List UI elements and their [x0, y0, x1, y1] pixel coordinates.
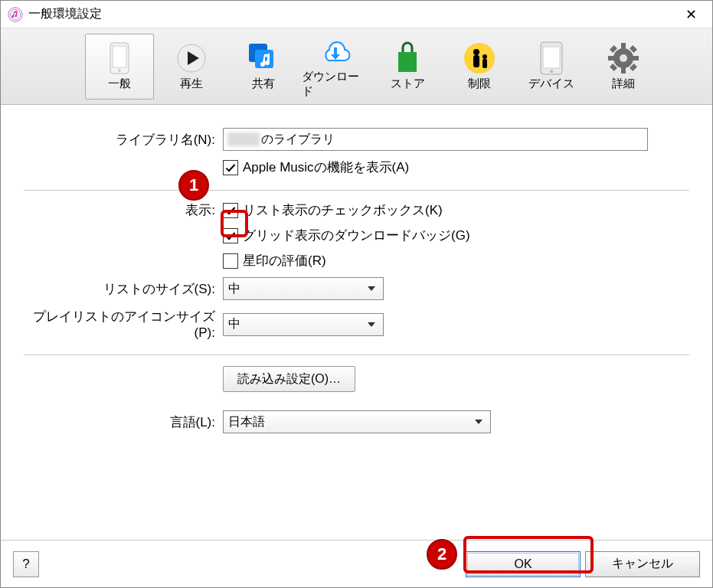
list-checkbox-label: リスト表示のチェックボックス(K) — [243, 201, 443, 219]
svg-point-12 — [473, 49, 479, 55]
svg-point-18 — [550, 70, 553, 73]
preferences-toolbar: 一般 再生 共有 — [1, 28, 712, 105]
play-icon — [175, 41, 208, 75]
svg-rect-9 — [334, 47, 337, 55]
playlist-icon-size-value: 中 — [228, 316, 240, 332]
svg-point-1 — [10, 9, 20, 19]
svg-rect-23 — [608, 56, 614, 60]
tab-sharing[interactable]: 共有 — [229, 34, 298, 100]
ok-label: OK — [514, 557, 531, 571]
svg-rect-17 — [543, 47, 560, 68]
annotation-badge-1: 1 — [178, 170, 209, 201]
titlebar: 一般環境設定 ✕ — [1, 1, 712, 28]
grid-badge-checkbox[interactable] — [223, 228, 238, 243]
language-value: 日本語 — [228, 414, 265, 430]
svg-rect-24 — [633, 56, 639, 60]
tab-label: 一般 — [108, 77, 131, 91]
tab-label: 制限 — [468, 77, 491, 91]
language-label: 言語(L): — [24, 413, 223, 431]
svg-point-4 — [118, 69, 121, 72]
language-select[interactable]: 日本語 — [223, 410, 491, 433]
tab-advanced[interactable]: 詳細 — [589, 34, 658, 100]
list-checkbox-checkbox[interactable] — [223, 203, 238, 218]
svg-point-20 — [620, 54, 627, 62]
separator — [24, 354, 689, 355]
content-area: ライブラリ名(N): のライブラリ Apple Musicの機能を表示(A) 表… — [1, 105, 712, 540]
star-rating-label: 星印の評価(R) — [243, 252, 326, 270]
help-label: ? — [22, 557, 29, 572]
tab-parental[interactable]: 制限 — [445, 34, 514, 100]
svg-rect-22 — [621, 67, 626, 74]
dialog-footer: ? OK キャンセル — [1, 540, 712, 587]
redacted-text — [227, 132, 260, 146]
apple-music-checkbox[interactable] — [223, 160, 238, 175]
list-size-value: 中 — [228, 281, 240, 297]
library-name-label: ライブラリ名(N): — [24, 131, 223, 149]
annotation-badge-2: 2 — [427, 539, 457, 570]
tab-playback[interactable]: 再生 — [157, 34, 226, 100]
parental-icon — [463, 41, 496, 75]
svg-rect-15 — [482, 59, 487, 68]
svg-rect-3 — [113, 46, 126, 67]
devices-icon — [535, 41, 568, 75]
close-icon[interactable]: ✕ — [675, 6, 706, 23]
playlist-icon-size-label: プレイリストのアイコンサイズ(P): — [24, 308, 223, 341]
tab-devices[interactable]: デバイス — [517, 34, 586, 100]
import-settings-label: 読み込み設定(O)… — [237, 371, 341, 387]
star-rating-checkbox[interactable] — [223, 253, 238, 269]
list-size-select[interactable]: 中 — [223, 277, 384, 300]
cancel-label: キャンセル — [612, 556, 673, 572]
cancel-button[interactable]: キャンセル — [585, 551, 700, 577]
app-icon — [7, 6, 24, 23]
tab-download[interactable]: ダウンロード — [301, 34, 370, 100]
help-button[interactable]: ? — [13, 551, 39, 577]
tab-general[interactable]: 一般 — [85, 34, 154, 100]
tab-label: ストア — [391, 77, 425, 91]
import-settings-button[interactable]: 読み込み設定(O)… — [223, 366, 355, 392]
playlist-icon-size-select[interactable]: 中 — [223, 313, 384, 336]
list-size-label: リストのサイズ(S): — [24, 280, 223, 298]
svg-point-14 — [482, 54, 487, 59]
library-name-value: のライブラリ — [261, 132, 335, 148]
apple-music-label: Apple Musicの機能を表示(A) — [243, 158, 409, 176]
library-name-input[interactable]: のライブラリ — [223, 128, 648, 151]
ok-button[interactable]: OK — [466, 551, 581, 577]
tab-label: 共有 — [252, 77, 275, 91]
store-icon — [391, 41, 424, 75]
grid-badge-label: グリッド表示のダウンロードバッジ(G) — [243, 227, 470, 244]
tab-label: デバイス — [528, 77, 574, 91]
svg-rect-13 — [473, 55, 479, 67]
display-label: 表示: — [24, 201, 223, 219]
general-icon — [103, 41, 136, 75]
tab-label: 再生 — [180, 77, 203, 91]
tab-label: 詳細 — [612, 77, 635, 91]
separator — [24, 190, 689, 191]
preferences-window: 一般環境設定 ✕ 一般 再生 — [0, 0, 713, 588]
gear-icon — [607, 41, 640, 75]
window-title: 一般環境設定 — [28, 6, 102, 22]
tab-label: ダウンロード — [302, 70, 369, 99]
download-icon — [319, 34, 352, 68]
svg-rect-21 — [621, 43, 626, 49]
tab-store[interactable]: ストア — [373, 34, 442, 100]
sharing-icon — [247, 41, 280, 75]
